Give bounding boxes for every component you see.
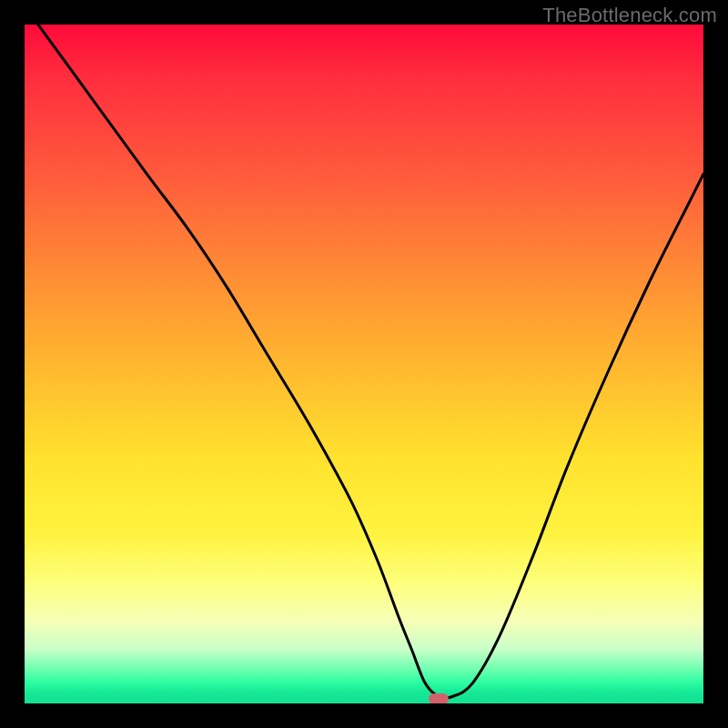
minimum-marker [429, 693, 449, 703]
bottleneck-curve-path [38, 25, 703, 698]
chart-frame: TheBottleneck.com [0, 0, 728, 728]
curve-svg [25, 25, 703, 703]
plot-area [25, 25, 703, 703]
